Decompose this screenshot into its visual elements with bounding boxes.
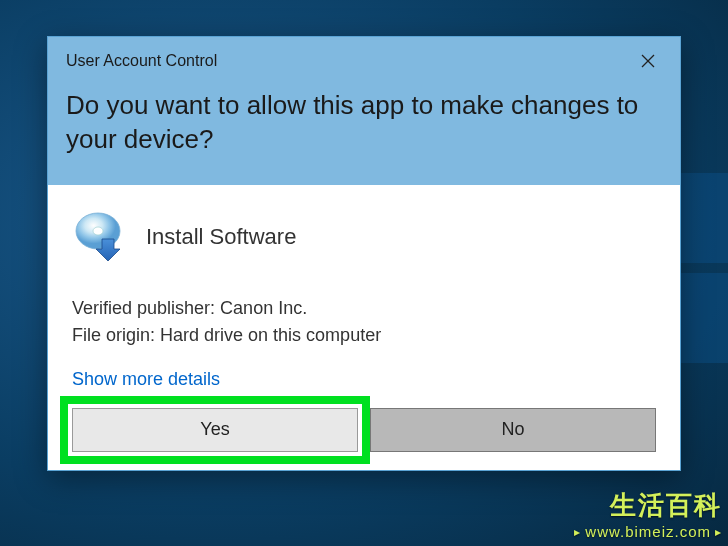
close-icon [641,54,655,68]
uac-dialog: User Account Control Do you want to allo… [47,36,681,471]
dialog-header: User Account Control Do you want to allo… [48,37,680,185]
origin-value: Hard drive on this computer [160,325,381,345]
dialog-body: Install Software Verified publisher: Can… [48,185,680,470]
dialog-headline: Do you want to allow this app to make ch… [48,81,680,185]
app-info-row: Install Software [72,209,656,265]
origin-line: File origin: Hard drive on this computer [72,322,656,349]
watermark-url: www.bimeiz.com [574,523,722,540]
titlebar: User Account Control [48,37,680,81]
yes-button[interactable]: Yes [72,408,358,452]
publisher-value: Canon Inc. [220,298,307,318]
app-name: Install Software [146,224,296,250]
no-button[interactable]: No [370,408,656,452]
dialog-title: User Account Control [66,52,217,70]
publisher-line: Verified publisher: Canon Inc. [72,295,656,322]
watermark: 生活百科 www.bimeiz.com [574,488,722,540]
svg-point-3 [93,227,103,235]
button-row: Yes No [72,408,656,452]
installer-disc-icon [72,209,128,265]
publisher-label: Verified publisher: [72,298,215,318]
origin-label: File origin: [72,325,155,345]
close-button[interactable] [630,47,666,75]
show-more-details-link[interactable]: Show more details [72,369,220,390]
watermark-title: 生活百科 [574,488,722,523]
publisher-info: Verified publisher: Canon Inc. File orig… [72,295,656,349]
